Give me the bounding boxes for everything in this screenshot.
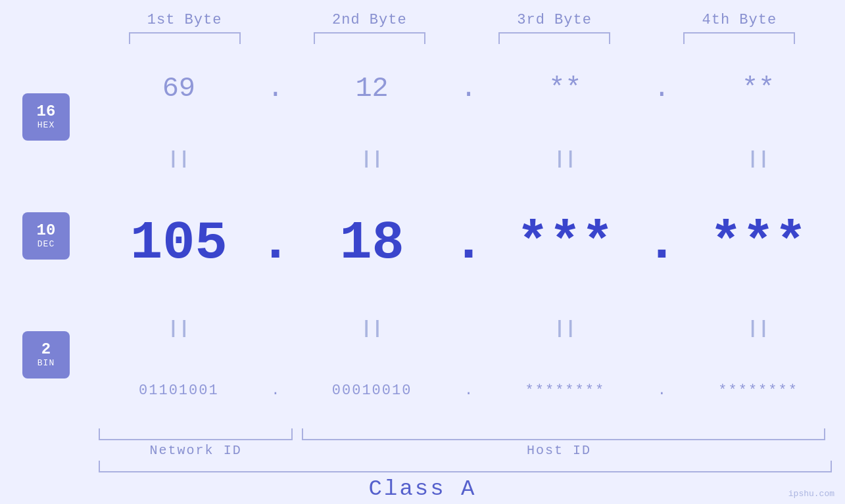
bin-row: 01101001 . 00010010 . ******** .: [92, 382, 845, 399]
dec-badge: 10 DEC: [22, 212, 70, 260]
top-bracket-3: [498, 32, 610, 44]
byte-label-3: 3rd Byte: [517, 12, 592, 28]
bracket-col-1: [92, 32, 277, 44]
eq-cell-1: ||: [92, 149, 266, 169]
bracket-col-2: [277, 32, 462, 44]
bin-badge-num: 2: [41, 341, 51, 358]
bottom-bracket-network: [99, 428, 293, 440]
badge-column: 16 HEX 10 DEC 2 BIN: [0, 44, 92, 427]
bracket-col-4: [647, 32, 832, 44]
class-label: Class A: [369, 476, 477, 501]
eq-cell-3: ||: [479, 149, 652, 169]
dec-val-1: 105: [130, 213, 228, 274]
segment-labels: Network ID Host ID: [92, 443, 832, 458]
bin-dot-3: .: [652, 382, 671, 399]
content-wrapper: 16 HEX 10 DEC 2 BIN 69 .: [0, 44, 845, 427]
big-bottom-bracket: [99, 461, 832, 472]
dec-badge-label: DEC: [37, 239, 55, 249]
top-bracket-2: [314, 32, 425, 44]
top-bracket-4: [683, 32, 795, 44]
bottom-bracket-host: [302, 428, 825, 440]
dec-dot-1: .: [266, 213, 285, 274]
byte-headers: 1st Byte 2nd Byte 3rd Byte 4th Byte: [92, 12, 832, 28]
dec-val-2: 18: [339, 213, 404, 274]
hex-val-2: 12: [355, 73, 388, 104]
top-bracket-1: [129, 32, 241, 44]
byte-col-3: 3rd Byte: [462, 12, 647, 28]
network-id-label-container: Network ID: [99, 443, 293, 458]
byte-label-4: 4th Byte: [702, 12, 777, 28]
byte-col-4: 4th Byte: [647, 12, 832, 28]
bin-val-4: ********: [718, 382, 798, 399]
bin-val-3: ********: [525, 382, 606, 399]
top-brackets: [92, 32, 832, 44]
eq-cell-2: ||: [285, 149, 459, 169]
bin-cell-4: ********: [671, 382, 845, 399]
dec-cell-4: ***: [671, 213, 845, 274]
dec-cell-1: 105: [92, 213, 266, 274]
hex-badge-num: 16: [37, 103, 56, 120]
eq-cell-8: ||: [671, 318, 845, 338]
byte-col-2: 2nd Byte: [277, 12, 462, 28]
dec-dot-3: .: [652, 213, 671, 274]
hex-dot-1: .: [266, 73, 285, 104]
bin-dot-1: .: [266, 382, 285, 399]
eq-cell-4: ||: [671, 149, 845, 169]
bin-cell-1: 01101001: [92, 382, 266, 399]
bin-val-1: 01101001: [139, 382, 219, 399]
network-id-label: Network ID: [150, 443, 242, 458]
bracket-col-3: [462, 32, 647, 44]
bin-dot-2: .: [459, 382, 479, 399]
eq-row-2: || || || ||: [92, 318, 845, 338]
hex-val-3: **: [548, 73, 581, 104]
hex-dot-3: .: [652, 73, 671, 104]
eq-row-1: || || || ||: [92, 149, 845, 169]
hex-val-1: 69: [162, 73, 195, 104]
hex-val-4: **: [742, 73, 775, 104]
dec-badge-num: 10: [37, 222, 56, 239]
bin-cell-2: 00010010: [285, 382, 459, 399]
hex-badge-label: HEX: [37, 120, 55, 130]
dec-cell-2: 18: [285, 213, 459, 274]
dec-val-3: ***: [517, 213, 614, 274]
hex-cell-1: 69: [92, 73, 266, 104]
byte-label-2: 2nd Byte: [332, 12, 407, 28]
eq-cell-5: ||: [92, 318, 266, 338]
bottom-brackets-row: [92, 428, 832, 440]
dec-dot-2: .: [459, 213, 479, 274]
bin-cell-3: ********: [479, 382, 652, 399]
bin-badge: 2 BIN: [22, 331, 70, 378]
watermark: ipshu.com: [788, 489, 834, 499]
dec-row: 105 . 18 . *** . ***: [92, 213, 845, 274]
class-row: Class A: [0, 476, 845, 501]
hex-dot-2: .: [459, 73, 479, 104]
hex-cell-4: **: [671, 73, 845, 104]
bin-val-2: 00010010: [332, 382, 412, 399]
dec-cell-3: ***: [479, 213, 652, 274]
data-columns: 69 . 12 . ** . **: [92, 44, 845, 427]
eq-cell-7: ||: [479, 318, 652, 338]
hex-badge: 16 HEX: [22, 93, 70, 141]
hex-row: 69 . 12 . ** . **: [92, 73, 845, 104]
hex-cell-2: 12: [285, 73, 459, 104]
dec-val-4: ***: [710, 213, 807, 274]
host-id-label-container: Host ID: [293, 443, 825, 458]
byte-label-1: 1st Byte: [147, 12, 222, 28]
bin-badge-label: BIN: [37, 358, 55, 368]
byte-col-1: 1st Byte: [92, 12, 277, 28]
eq-cell-6: ||: [285, 318, 459, 338]
host-id-label: Host ID: [527, 443, 591, 458]
hex-cell-3: **: [479, 73, 652, 104]
main-container: 1st Byte 2nd Byte 3rd Byte 4th Byte: [0, 0, 845, 504]
